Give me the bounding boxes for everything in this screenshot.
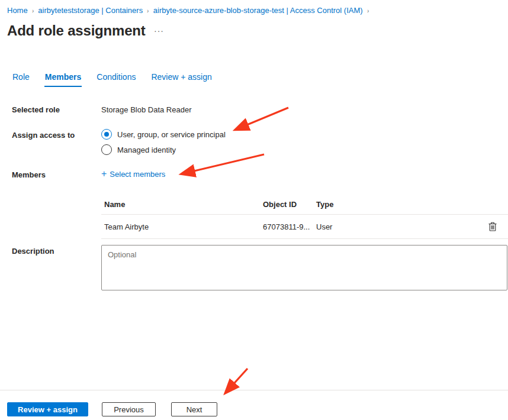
delete-member-button[interactable]	[488, 222, 497, 231]
breadcrumb-link-access-control[interactable]: airbyte-source-azure-blob-storage-test |…	[153, 6, 363, 15]
members-label: Members	[12, 170, 46, 179]
column-header-object-id: Object ID	[263, 200, 316, 209]
member-type-cell: User	[316, 222, 477, 231]
annotation-arrow-select-members	[182, 154, 264, 174]
column-header-name: Name	[104, 200, 263, 209]
tab-members[interactable]: Members	[45, 72, 81, 87]
tab-review-assign[interactable]: Review + assign	[151, 72, 211, 87]
radio-selected-icon	[101, 129, 112, 140]
description-label: Description	[12, 247, 54, 256]
breadcrumb-separator: ›	[367, 7, 369, 14]
breadcrumb-link-home[interactable]: Home	[7, 6, 28, 15]
radio-label: User, group, or service principal	[117, 130, 226, 139]
tab-role[interactable]: Role	[12, 72, 30, 87]
radio-label: Managed identity	[117, 146, 176, 154]
breadcrumb-separator: ›	[32, 7, 34, 14]
page-title: Add role assignment	[7, 22, 146, 39]
member-name-cell: Team Airbyte	[104, 222, 263, 231]
more-options-icon[interactable]: ···	[154, 26, 164, 35]
radio-managed-identity[interactable]: Managed identity	[101, 144, 176, 155]
radio-unselected-icon	[101, 144, 112, 155]
breadcrumb-link-storage-containers[interactable]: airbyteteststorage | Containers	[38, 6, 143, 15]
selected-role-label: Selected role	[12, 105, 60, 114]
footer-action-bar: Review + assign Previous Next	[7, 402, 217, 416]
annotation-arrow-next-button	[226, 369, 247, 393]
table-row: Team Airbyte 67073811-9... User	[101, 215, 508, 239]
trash-icon	[488, 222, 497, 231]
assign-access-to-label: Assign access to	[12, 131, 75, 140]
breadcrumb: Home › airbyteteststorage | Containers ›…	[7, 6, 369, 15]
previous-button[interactable]: Previous	[102, 402, 156, 416]
select-members-label: Select members	[110, 170, 165, 179]
breadcrumb-separator: ›	[147, 7, 149, 14]
radio-user-group-service-principal[interactable]: User, group, or service principal	[101, 129, 226, 140]
members-table-header: Name Object ID Type	[101, 196, 508, 215]
next-button[interactable]: Next	[171, 402, 217, 416]
tab-conditions[interactable]: Conditions	[97, 72, 136, 87]
annotation-arrow-radio	[236, 108, 288, 130]
plus-icon: +	[101, 169, 107, 179]
members-table: Name Object ID Type Team Airbyte 6707381…	[101, 196, 508, 239]
tab-bar: Role Members Conditions Review + assign	[12, 72, 212, 87]
footer-divider	[0, 390, 508, 390]
selected-role-value: Storage Blob Data Reader	[101, 105, 191, 114]
review-assign-button[interactable]: Review + assign	[7, 402, 88, 416]
select-members-link[interactable]: + Select members	[101, 169, 165, 179]
member-object-id-cell: 67073811-9...	[263, 222, 316, 231]
description-input[interactable]	[101, 245, 507, 290]
column-header-type: Type	[316, 200, 477, 209]
